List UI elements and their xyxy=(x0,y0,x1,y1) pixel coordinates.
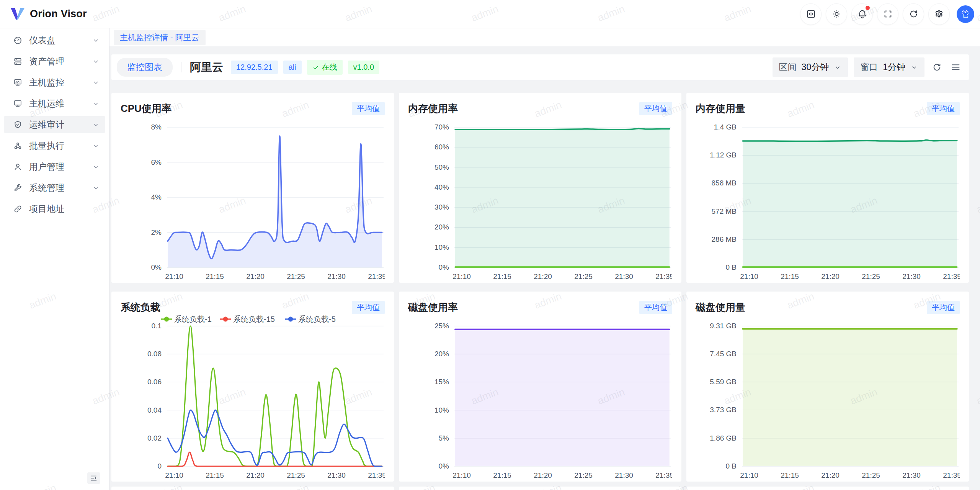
content: 监控图表 阿里云 12.92.5.21ali在线v1.0.0 区间 30分钟 窗… xyxy=(109,46,980,490)
sidebar: 仪表盘资产管理主机监控主机运维运维审计批量执行用户管理系统管理项目地址 xyxy=(0,28,109,490)
svg-text:1.12 GB: 1.12 GB xyxy=(710,151,737,159)
chart-card-peek xyxy=(399,487,681,490)
svg-text:7.45 GB: 7.45 GB xyxy=(710,350,737,358)
svg-text:0.04: 0.04 xyxy=(147,406,162,414)
sidebar-item-label: 项目地址 xyxy=(29,203,100,215)
svg-text:21:20: 21:20 xyxy=(821,272,840,280)
audit-icon xyxy=(13,120,23,129)
chart-plot[interactable]: 00.020.040.060.080.121:1021:1521:2021:25… xyxy=(121,315,385,482)
sidebar-item-user-mgmt[interactable]: 用户管理 xyxy=(4,158,105,175)
sidebar-item-assets[interactable]: 资产管理 xyxy=(4,53,105,70)
svg-text:0: 0 xyxy=(157,462,162,470)
svg-text:21:20: 21:20 xyxy=(246,471,265,479)
svg-text:21:30: 21:30 xyxy=(327,471,346,479)
notifications-button[interactable] xyxy=(851,3,873,25)
refresh-charts-button[interactable] xyxy=(930,61,943,74)
chart-header: 系统负载平均值 xyxy=(121,301,385,315)
chevron-down-icon xyxy=(92,184,100,192)
svg-text:10%: 10% xyxy=(434,243,449,251)
svg-text:15%: 15% xyxy=(434,378,449,386)
menu-icon xyxy=(951,62,961,72)
svg-text:25%: 25% xyxy=(434,322,449,330)
svg-text:0.08: 0.08 xyxy=(147,350,162,358)
chart-plot[interactable]: 0%2%4%6%8%21:1021:1521:2021:2521:3021:35 xyxy=(121,116,385,283)
chevron-down-icon xyxy=(910,64,918,71)
svg-text:0%: 0% xyxy=(439,462,449,470)
svg-text:0 B: 0 B xyxy=(725,462,737,470)
sidebar-item-host-ops[interactable]: 主机运维 xyxy=(4,95,105,112)
refresh-icon xyxy=(908,9,919,19)
next-row-peek xyxy=(111,487,969,490)
sidebar-item-audit[interactable]: 运维审计 xyxy=(4,116,105,133)
aggregation-badge[interactable]: 平均值 xyxy=(927,301,960,314)
interval-select[interactable]: 区间 30分钟 xyxy=(773,57,848,77)
chart-title: 磁盘使用量 xyxy=(696,301,745,314)
svg-text:系统负载-5: 系统负载-5 xyxy=(298,315,336,323)
sidebar-item-batch-exec[interactable]: 批量执行 xyxy=(4,137,105,154)
aggregation-badge[interactable]: 平均值 xyxy=(352,102,385,115)
chart-plot[interactable]: 0%10%20%30%40%50%60%70%21:1021:1521:2021… xyxy=(408,116,672,283)
chart-title: 磁盘使用率 xyxy=(408,301,458,314)
svg-text:21:35: 21:35 xyxy=(368,471,385,479)
fullscreen-icon xyxy=(883,9,893,19)
logo: Orion Visor xyxy=(10,7,87,21)
chart-plot[interactable]: 0%5%10%15%20%25%21:1021:1521:2021:2521:3… xyxy=(408,315,672,482)
svg-text:1.4 GB: 1.4 GB xyxy=(714,123,737,131)
breadcrumb[interactable]: 主机监控详情 - 阿里云 xyxy=(114,30,206,45)
svg-text:2%: 2% xyxy=(151,228,162,236)
svg-text:5%: 5% xyxy=(439,434,449,442)
tab-monitor-charts[interactable]: 监控图表 xyxy=(117,58,173,77)
svg-text:30%: 30% xyxy=(434,203,449,211)
breadcrumb-bar: 主机监控详情 - 阿里云 xyxy=(109,28,980,46)
fullscreen-button[interactable] xyxy=(877,3,898,25)
theme-button[interactable] xyxy=(826,3,847,25)
sidebar-item-system-mgmt[interactable]: 系统管理 xyxy=(4,179,105,196)
svg-text:21:30: 21:30 xyxy=(615,471,633,479)
code-window-button[interactable] xyxy=(800,3,822,25)
chart-title: 内存使用量 xyxy=(696,102,745,115)
aggregation-badge[interactable]: 平均值 xyxy=(639,102,672,115)
chevron-down-icon xyxy=(92,79,100,87)
svg-text:21:10: 21:10 xyxy=(740,471,758,479)
window-select[interactable]: 窗口 1分钟 xyxy=(854,57,924,77)
chart-plot[interactable]: 0 B286 MB572 MB858 MB1.12 GB1.4 GB21:102… xyxy=(696,116,960,283)
avatar[interactable]: 管 xyxy=(957,5,974,23)
svg-text:0.02: 0.02 xyxy=(147,434,162,442)
sidebar-item-label: 运维审计 xyxy=(29,119,85,131)
aggregation-badge[interactable]: 平均值 xyxy=(352,301,385,314)
sidebar-item-label: 主机监控 xyxy=(29,77,85,88)
aggregation-badge[interactable]: 平均值 xyxy=(927,102,960,115)
chevron-down-icon xyxy=(92,142,100,150)
notifications-icon xyxy=(857,9,867,19)
host-name: 阿里云 xyxy=(190,60,223,75)
refresh-button[interactable] xyxy=(903,3,924,25)
settings-icon xyxy=(934,9,944,19)
host-badge: 在线 xyxy=(307,60,343,75)
check-icon xyxy=(312,64,319,71)
settings-button[interactable] xyxy=(928,3,950,25)
chart-config-button[interactable] xyxy=(949,61,962,74)
svg-text:9.31 GB: 9.31 GB xyxy=(710,322,737,330)
svg-text:21:25: 21:25 xyxy=(574,471,593,479)
project-link-icon xyxy=(13,204,23,214)
svg-text:21:30: 21:30 xyxy=(902,471,921,479)
svg-text:21:35: 21:35 xyxy=(943,272,960,280)
chevron-down-icon xyxy=(92,100,100,108)
divider xyxy=(181,62,181,72)
window-label: 窗口 xyxy=(860,61,878,73)
app-title: Orion Visor xyxy=(30,8,87,20)
sidebar-item-project-link[interactable]: 项目地址 xyxy=(4,200,105,217)
sidebar-item-label: 系统管理 xyxy=(29,182,85,194)
host-badge-text: v1.0.0 xyxy=(353,63,374,72)
dashboard-icon xyxy=(13,36,23,45)
sidebar-collapse-button[interactable] xyxy=(87,472,100,484)
sidebar-item-host-monitor[interactable]: 主机监控 xyxy=(4,74,105,91)
chart-plot[interactable]: 0 B1.86 GB3.73 GB5.59 GB7.45 GB9.31 GB21… xyxy=(696,315,960,482)
chevron-down-icon xyxy=(92,36,100,44)
aggregation-badge[interactable]: 平均值 xyxy=(639,301,672,314)
sidebar-item-dashboard[interactable]: 仪表盘 xyxy=(4,32,105,49)
sidebar-item-label: 批量执行 xyxy=(29,140,85,152)
svg-text:系统负载-15: 系统负载-15 xyxy=(233,315,275,323)
chart-title: 系统负载 xyxy=(121,301,160,314)
svg-text:21:25: 21:25 xyxy=(287,272,305,280)
